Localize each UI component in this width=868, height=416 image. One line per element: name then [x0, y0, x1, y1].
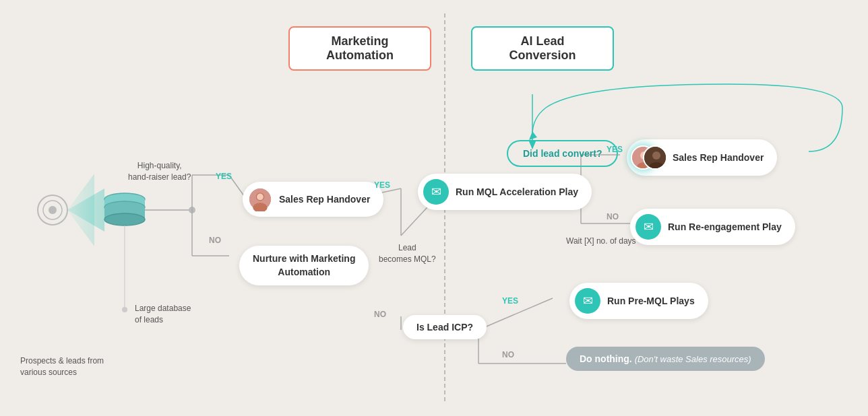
nurture-pill: Nurture with MarketingAutomation	[239, 246, 369, 285]
do-nothing-pill: Do nothing. (Don't waste Sales resources…	[566, 347, 765, 371]
sales-rep-1-label: Sales Rep Handover	[279, 194, 370, 205]
is-lead-icp-node: Is Lead ICP?	[403, 315, 487, 339]
run-mql-label: Run MQL Acceleration Play	[456, 186, 578, 197]
is-lead-icp-pill: Is Lead ICP?	[403, 315, 487, 339]
mql-icon: ✉	[423, 179, 449, 205]
svg-marker-5	[67, 174, 94, 246]
svg-rect-7	[104, 199, 145, 218]
did-lead-convert-node: Did lead convert?	[507, 140, 618, 167]
svg-marker-4	[67, 188, 104, 232]
svg-point-3	[49, 206, 57, 214]
no-label-4: NO	[502, 350, 514, 359]
re-engagement-icon: ✉	[636, 214, 661, 240]
pre-mql-label: Run Pre-MQL Plays	[607, 296, 695, 306]
wait-days-label: Wait [X] no. of days	[566, 236, 636, 247]
large-db-text: Large databaseof leads	[135, 304, 191, 324]
nurture-label: Nurture with MarketingAutomation	[253, 253, 355, 277]
yes-label-1: YES	[216, 172, 232, 181]
svg-point-42	[652, 151, 660, 160]
high-quality-text: High-quality,hand-raiser lead?	[128, 161, 191, 182]
svg-point-2	[43, 201, 62, 219]
diagram-container: Marketing Automation AI Lead Conversion	[0, 0, 868, 416]
no-label-2: NO	[374, 310, 386, 319]
sales-rep-2-label: Sales Rep Handover	[673, 152, 764, 163]
do-nothing-node: Do nothing. (Don't waste Sales resources…	[566, 347, 765, 371]
sales-rep-1-pill: Sales Rep Handover	[243, 182, 383, 217]
pre-mql-node: ✉ Run Pre-MQL Plays	[569, 283, 708, 319]
sales-rep-2-node: Sales Rep Handover	[627, 139, 777, 176]
did-lead-convert-label: Did lead convert?	[523, 148, 602, 159]
no-label-3: NO	[607, 212, 619, 221]
did-lead-convert-pill: Did lead convert?	[507, 140, 618, 167]
header-marketing: Marketing Automation	[288, 26, 431, 71]
svg-point-10	[104, 213, 145, 226]
svg-marker-23	[529, 131, 537, 140]
lead-mql-text: Leadbecomes MQL?	[379, 243, 436, 264]
pre-mql-icon: ✉	[575, 288, 600, 314]
lead-header-label: AI Lead Conversion	[509, 34, 576, 62]
prospects-label: Prospects & leads fromvarious sources	[20, 355, 104, 378]
nurture-node: Nurture with MarketingAutomation	[239, 246, 369, 285]
yes-label-4: YES	[502, 296, 518, 306]
do-nothing-label: Do nothing.	[580, 353, 632, 364]
header-lead: AI Lead Conversion	[471, 26, 614, 71]
svg-point-19	[122, 307, 127, 312]
do-nothing-sub-label: (Don't waste Sales resources)	[635, 354, 751, 364]
yes-label-2: YES	[374, 180, 390, 190]
yes-label-3: YES	[607, 145, 623, 154]
svg-point-12	[189, 207, 195, 213]
marketing-header-label: Marketing Automation	[326, 34, 394, 62]
re-engagement-node: ✉ Run Re-engagement Play	[630, 209, 795, 245]
re-engagement-label: Run Re-engagement Play	[668, 221, 782, 232]
is-lead-icp-label: Is Lead ICP?	[416, 322, 473, 333]
svg-point-37	[257, 194, 264, 201]
svg-point-6	[104, 193, 145, 205]
large-db-label: Large databaseof leads	[135, 303, 191, 326]
high-quality-label: High-quality,hand-raiser lead?	[128, 160, 191, 183]
svg-rect-9	[104, 207, 145, 219]
sales-rep-1-node: Sales Rep Handover	[243, 182, 383, 217]
no-label-1: NO	[209, 236, 221, 245]
run-mql-node: ✉ Run MQL Acceleration Play	[418, 174, 592, 210]
wait-days-text: Wait [X] no. of days	[566, 236, 636, 246]
lead-mql-label: Leadbecomes MQL?	[379, 242, 436, 265]
svg-point-8	[104, 201, 145, 213]
svg-point-1	[38, 195, 67, 225]
